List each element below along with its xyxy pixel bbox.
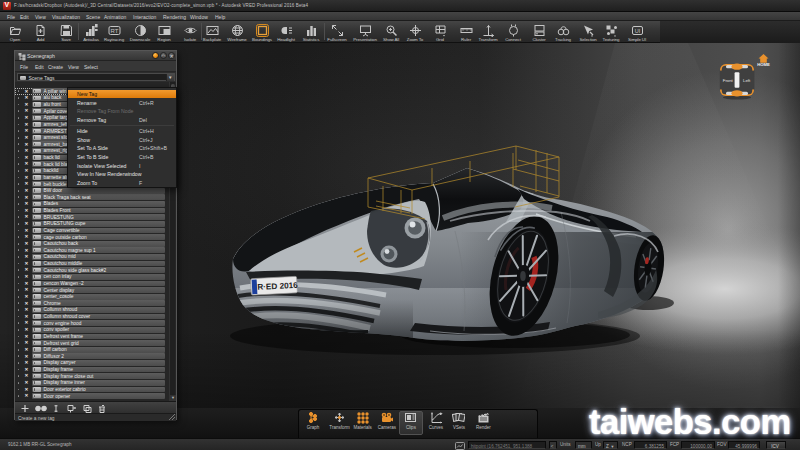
svg-text:Front: Front xyxy=(723,78,734,83)
svg-text:Left: Left xyxy=(743,78,751,83)
svg-text:UI: UI xyxy=(634,28,640,34)
svg-text:HOME: HOME xyxy=(757,62,770,67)
svg-text:RT: RT xyxy=(110,28,118,34)
